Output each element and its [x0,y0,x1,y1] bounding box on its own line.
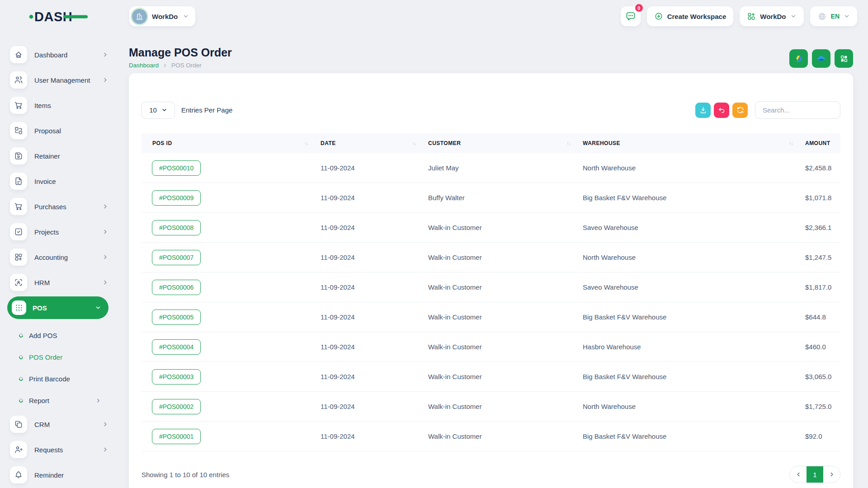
pagination-prev-button[interactable] [790,466,807,483]
breadcrumb: Dashboard POS Order [129,62,232,69]
refresh-button[interactable] [732,103,748,118]
pos-id-badge[interactable]: #POS00005 [152,310,201,325]
chevron-right-icon [162,63,168,68]
date-cell: 11-09-2024 [315,194,422,202]
sort-icon[interactable]: ↑↓ [566,141,571,146]
pos-id-badge[interactable]: #POS00008 [152,220,201,235]
language-button[interactable]: EN [810,6,857,26]
chevron-right-icon [102,203,108,210]
create-workspace-button[interactable]: Create Workspace [647,6,734,26]
sidebar-subitem-report[interactable]: Report [0,389,118,411]
date-cell: 11-09-2024 [315,343,422,351]
globe-icon [817,12,827,21]
sort-icon[interactable]: ↑↓ [304,141,308,146]
breadcrumb-dashboard-link[interactable]: Dashboard [129,62,159,69]
workspace-selector[interactable]: WorkDo [129,6,195,26]
amount-cell: $460.0 [799,343,840,351]
workspace-name: WorkDo [152,13,178,20]
sidebar-item-proposal[interactable]: Proposal [10,122,108,139]
amount-cell: $3,065.0 [799,373,840,380]
entries-summary: Showing 1 to 10 of 10 entries [142,471,229,479]
topbar-actions: 0 Create Workspace WorkDo EN [621,6,857,26]
page-head-actions [789,49,853,68]
bell-icon [10,466,27,483]
table-row: #POS00010 11-09-2024 Juliet May North Wa… [142,153,840,183]
sidebar-item-items[interactable]: Items [10,97,108,114]
customer-cell: Walk-in Customer [422,432,577,440]
pagination-next-button[interactable] [823,466,840,483]
chevron-right-icon [102,77,108,83]
pos-id-badge[interactable]: #POS00003 [152,369,201,385]
language-code: EN [831,13,840,20]
sidebar-subitem-print-barcode[interactable]: Print Barcode [0,368,118,389]
sidebar-item-retainer[interactable]: Retainer [10,147,108,164]
chevron-down-icon [790,13,797,19]
sidebar-item-hrm[interactable]: HRM [10,274,108,291]
amount-cell: $644.8 [799,313,840,321]
sidebar-item-dashboard[interactable]: Dashboard [10,46,108,63]
sidebar: Dashboard User Management Items Proposal [0,33,118,488]
sort-icon[interactable]: ↑↓ [789,141,793,146]
onedrive-icon [816,54,826,64]
grid-view-button[interactable] [835,49,853,68]
sidebar-item-reminder[interactable]: Reminder [10,466,108,483]
warehouse-cell: Saveo Warehouse [577,224,799,231]
export-button[interactable] [695,103,711,118]
topbar: DASH WorkDo 0 Create Workspa [0,0,868,33]
chevron-right-icon [102,279,108,286]
sidebar-subitem-add-pos[interactable]: Add POS [0,324,118,346]
chevron-right-icon [95,398,101,404]
table-row: #POS00003 11-09-2024 Walk-in Customer Bi… [142,362,840,392]
table-row: #POS00009 11-09-2024 Buffy Walter Big Ba… [142,183,840,213]
sidebar-item-user-management[interactable]: User Management [10,71,108,89]
sidebar-item-accounting[interactable]: Accounting [10,249,108,266]
sidebar-item-invoice[interactable]: Invoice [10,173,108,190]
workspace-menu-button[interactable]: WorkDo [740,6,803,26]
date-cell: 11-09-2024 [315,164,422,172]
warehouse-cell: Saveo Warehouse [577,283,799,291]
customer-cell: Walk-in Customer [422,403,577,410]
warehouse-cell: Big Basket F&V Warehouse [577,373,799,380]
entries-per-page-select[interactable]: 10 [142,102,175,119]
onedrive-button[interactable] [812,49,830,68]
notification-badge: 0 [635,4,643,12]
chevron-left-icon [795,471,802,478]
sidebar-item-requests[interactable]: Requests [10,441,108,458]
pagination: 1 [789,466,840,483]
sidebar-item-pos[interactable]: POS [7,296,108,319]
sort-icon[interactable]: ↑↓ [412,141,416,146]
bullet-icon [18,376,24,382]
pos-id-badge[interactable]: #POS00002 [152,399,201,414]
customer-cell: Walk-in Customer [422,373,577,380]
sidebar-subitem-pos-order[interactable]: POS Order [0,346,118,368]
warehouse-cell: Big Basket F&V Warehouse [577,432,799,440]
reset-button[interactable] [714,103,729,118]
plus-circle-icon [654,12,663,21]
pos-id-badge[interactable]: #POS00004 [152,339,201,355]
customer-cell: Walk-in Customer [422,224,577,231]
pos-id-badge[interactable]: #POS00009 [152,190,201,206]
brand-logo: DASH [0,8,118,24]
messages-button[interactable]: 0 [621,6,641,26]
table-row: #POS00005 11-09-2024 Walk-in Customer Bi… [142,302,840,332]
chevron-down-icon [844,13,850,19]
column-pos-id: POS ID ↑↓ [142,140,315,146]
search-input[interactable] [755,101,840,119]
google-drive-button[interactable] [789,49,808,68]
pos-id-badge[interactable]: #POS00001 [152,429,201,444]
user-plus-icon [10,441,27,458]
pagination-page-1[interactable]: 1 [807,466,823,483]
pos-id-badge[interactable]: #POS00010 [152,160,201,176]
pos-id-badge[interactable]: #POS00007 [152,250,201,265]
table-row: #POS00006 11-09-2024 Walk-in Customer Sa… [142,272,840,302]
pos-id-badge[interactable]: #POS00006 [152,280,201,295]
sidebar-item-purchases[interactable]: Purchases [10,198,108,215]
create-workspace-label: Create Workspace [667,13,726,20]
sidebar-item-projects[interactable]: Projects [10,223,108,240]
amount-cell: $2,366.1 [799,224,840,231]
google-drive-icon [794,54,804,64]
sidebar-item-crm[interactable]: CRM [10,416,108,433]
chevron-right-icon [102,421,108,427]
chevron-right-icon [102,254,108,260]
cart-icon [10,97,27,114]
